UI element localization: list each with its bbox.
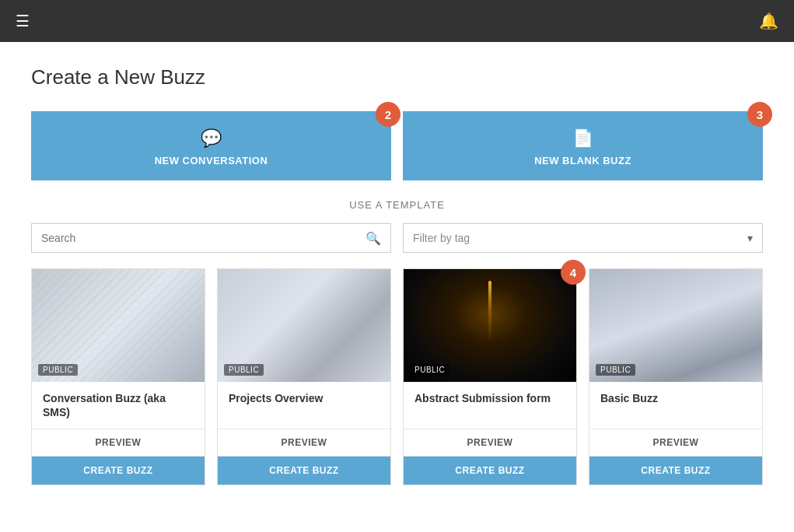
card-title-abstract: Abstract Submission form	[414, 391, 565, 405]
card-body-basic: Basic Buzz	[589, 382, 762, 429]
card-actions-projects: PREVIEW CREATE BUZZ	[218, 429, 390, 485]
card-title-conversation: Conversation Buzz (aka SMS)	[43, 391, 194, 419]
card-body-projects: Projects Overview	[218, 382, 390, 429]
card-projects-overview: PUBLIC Projects Overview PREVIEW CREATE …	[217, 268, 391, 485]
page-content: Create a New Buzz 💬 NEW CONVERSATION 2 📄…	[0, 42, 794, 532]
card-actions-conversation: PREVIEW CREATE BUZZ	[32, 429, 205, 485]
preview-button-abstract[interactable]: PREVIEW	[404, 429, 576, 457]
search-icon: 🔍	[366, 231, 381, 246]
create-buzz-button-basic[interactable]: CREATE BUZZ	[589, 457, 762, 485]
cards-grid: PUBLIC Conversation Buzz (aka SMS) PREVI…	[31, 268, 763, 485]
new-blank-buzz-button[interactable]: 📄 NEW BLANK BUZZ	[403, 111, 763, 180]
card-badge-basic: PUBLIC	[596, 364, 635, 376]
new-conversation-badge: 2	[376, 102, 400, 127]
filter-row: 🔍 Filter by tag ▾	[31, 223, 763, 253]
new-conversation-label: NEW CONVERSATION	[155, 155, 268, 166]
card-image-conversation: PUBLIC	[32, 269, 205, 382]
card-title-basic: Basic Buzz	[600, 391, 751, 405]
card-image-basic: PUBLIC	[589, 269, 762, 382]
card-image-abstract: PUBLIC	[404, 269, 576, 382]
template-label: USE A TEMPLATE	[31, 199, 763, 211]
bell-icon[interactable]: 🔔	[759, 12, 778, 30]
new-conversation-button[interactable]: 💬 NEW CONVERSATION	[31, 111, 391, 180]
navbar: ☰ 🔔	[0, 0, 794, 42]
card-actions-abstract: PREVIEW CREATE BUZZ	[404, 429, 576, 485]
card-number-badge-abstract: 4	[561, 260, 586, 285]
filter-by-tag-select[interactable]: Filter by tag	[404, 224, 762, 252]
filter-select-wrapper: Filter by tag ▾	[403, 223, 763, 253]
create-buzz-button-projects[interactable]: CREATE BUZZ	[218, 457, 390, 485]
new-conversation-wrapper: 💬 NEW CONVERSATION 2	[31, 111, 391, 180]
blank-buzz-icon: 📄	[572, 128, 594, 149]
template-section: USE A TEMPLATE 🔍 Filter by tag ▾ PUBLIC	[31, 199, 763, 485]
conversation-icon: 💬	[201, 128, 222, 149]
page-title: Create a New Buzz	[31, 65, 763, 89]
card-badge-projects: PUBLIC	[224, 364, 264, 376]
card-actions-basic: PREVIEW CREATE BUZZ	[589, 429, 762, 485]
card-body-conversation: Conversation Buzz (aka SMS)	[32, 382, 205, 429]
card-body-abstract: Abstract Submission form	[404, 382, 576, 429]
menu-icon[interactable]: ☰	[16, 12, 30, 30]
search-input[interactable]	[32, 224, 390, 252]
preview-button-projects[interactable]: PREVIEW	[218, 429, 390, 457]
preview-button-conversation[interactable]: PREVIEW	[32, 429, 205, 457]
create-buzz-button-conversation[interactable]: CREATE BUZZ	[32, 457, 205, 485]
search-wrapper: 🔍	[31, 223, 391, 253]
card-badge-conversation: PUBLIC	[38, 364, 78, 376]
new-blank-buzz-wrapper: 📄 NEW BLANK BUZZ 3	[403, 111, 763, 180]
new-blank-buzz-label: NEW BLANK BUZZ	[534, 155, 631, 166]
card-conversation-buzz: PUBLIC Conversation Buzz (aka SMS) PREVI…	[31, 268, 205, 485]
new-blank-buzz-badge: 3	[747, 102, 772, 127]
card-basic-buzz: PUBLIC Basic Buzz PREVIEW CREATE BUZZ	[589, 268, 763, 485]
card-abstract-submission: PUBLIC 4 Abstract Submission form PREVIE…	[403, 268, 577, 485]
action-buttons: 💬 NEW CONVERSATION 2 📄 NEW BLANK BUZZ 3	[31, 111, 763, 180]
card-title-projects: Projects Overview	[229, 391, 380, 405]
preview-button-basic[interactable]: PREVIEW	[589, 429, 762, 457]
create-buzz-button-abstract[interactable]: CREATE BUZZ	[404, 457, 576, 485]
card-image-projects: PUBLIC	[218, 269, 390, 382]
card-badge-abstract: PUBLIC	[410, 364, 449, 376]
